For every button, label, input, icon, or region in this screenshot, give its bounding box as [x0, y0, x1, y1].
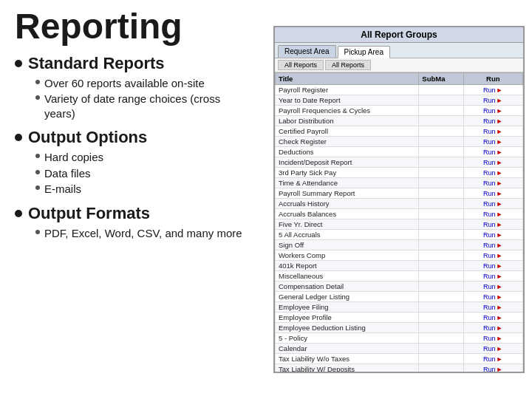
- run-link[interactable]: Run ►: [467, 262, 519, 270]
- cell-subma: [419, 188, 463, 199]
- cell-run[interactable]: Run ►: [463, 137, 522, 147]
- run-link[interactable]: Run ►: [467, 345, 519, 352]
- run-link[interactable]: Run ►: [467, 366, 519, 372]
- table-row: Payroll RegisterRun ►: [276, 85, 523, 95]
- cell-title: Accruals History: [276, 199, 419, 209]
- cell-subma: [419, 271, 463, 282]
- run-link[interactable]: Run ►: [467, 304, 519, 311]
- run-link[interactable]: Run ►: [467, 86, 519, 94]
- cell-run[interactable]: Run ►: [463, 126, 522, 137]
- run-arrow-icon: ►: [497, 293, 503, 301]
- run-link[interactable]: Run ►: [467, 128, 519, 135]
- cell-run[interactable]: Run ►: [463, 261, 522, 271]
- cell-title: Certified Payroll: [276, 126, 419, 137]
- cell-title: General Ledger Listing: [276, 292, 419, 302]
- cell-title: Employee Filing: [276, 302, 419, 313]
- run-link[interactable]: Run ►: [467, 335, 519, 342]
- run-arrow-icon: ►: [497, 231, 503, 239]
- run-link[interactable]: Run ►: [467, 221, 519, 228]
- tab-pickup-area[interactable]: Pickup Area: [338, 46, 390, 58]
- cell-run[interactable]: Run ►: [463, 85, 522, 95]
- run-link[interactable]: Run ►: [467, 117, 519, 125]
- run-link[interactable]: Run ►: [467, 283, 519, 290]
- sub-tab-all-reports-1[interactable]: All Reports: [278, 60, 324, 70]
- cell-run[interactable]: Run ►: [463, 292, 522, 302]
- list-item: PDF, Excel, Word, CSV, and many more: [35, 226, 251, 241]
- run-arrow-icon: ►: [497, 117, 503, 125]
- run-link[interactable]: Run ►: [467, 190, 519, 197]
- cell-subma: [419, 219, 463, 230]
- left-panel: Reporting Standard Reports Over 60 repor…: [0, 0, 266, 399]
- run-link[interactable]: Run ►: [467, 273, 519, 280]
- run-link[interactable]: Run ►: [467, 159, 519, 166]
- run-arrow-icon: ►: [497, 273, 503, 280]
- run-arrow-icon: ►: [497, 221, 503, 228]
- run-link[interactable]: Run ►: [467, 324, 519, 332]
- section-label-standard-reports: Standard Reports: [28, 54, 165, 73]
- cell-run[interactable]: Run ►: [463, 250, 522, 261]
- cell-run[interactable]: Run ►: [463, 199, 522, 209]
- table-row: Tax Liability W/o TaxesRun ►: [276, 354, 523, 364]
- run-arrow-icon: ►: [497, 211, 503, 218]
- run-link[interactable]: Run ►: [467, 211, 519, 218]
- cell-title: Tax Liability W/ Deposits: [276, 364, 419, 372]
- list-item: E-mails: [35, 182, 251, 197]
- run-link[interactable]: Run ►: [467, 138, 519, 146]
- cell-run[interactable]: Run ►: [463, 323, 522, 333]
- run-link[interactable]: Run ►: [467, 242, 519, 249]
- cell-run[interactable]: Run ►: [463, 188, 522, 199]
- cell-run[interactable]: Run ►: [463, 168, 522, 178]
- run-link[interactable]: Run ►: [467, 355, 519, 363]
- sub-bullet: [35, 80, 40, 84]
- cell-run[interactable]: Run ►: [463, 106, 522, 116]
- right-panel: All Report Groups Request Area Pickup Ar…: [266, 0, 532, 399]
- cell-subma: [419, 95, 463, 106]
- table-row: Tax Liability W/ DepositsRun ►: [276, 364, 523, 372]
- run-link[interactable]: Run ►: [467, 97, 519, 104]
- run-link[interactable]: Run ►: [467, 231, 519, 239]
- run-link[interactable]: Run ►: [467, 200, 519, 208]
- cell-title: Year to Date Report: [276, 95, 419, 106]
- sub-tab-all-reports-2[interactable]: All Reports: [325, 60, 371, 70]
- list-item: Over 60 reports available on-site: [35, 76, 251, 91]
- cell-subma: [419, 116, 463, 126]
- cell-run[interactable]: Run ►: [463, 230, 522, 240]
- tab-row: Request Area Pickup Area: [275, 43, 523, 58]
- cell-run[interactable]: Run ►: [463, 271, 522, 282]
- run-link[interactable]: Run ►: [467, 149, 519, 156]
- cell-run[interactable]: Run ►: [463, 364, 522, 372]
- cell-run[interactable]: Run ►: [463, 344, 522, 354]
- run-link[interactable]: Run ►: [467, 252, 519, 259]
- cell-run[interactable]: Run ►: [463, 302, 522, 313]
- run-link[interactable]: Run ►: [467, 180, 519, 187]
- table-row: Year to Date ReportRun ►: [276, 95, 523, 106]
- cell-run[interactable]: Run ►: [463, 313, 522, 323]
- cell-subma: [419, 230, 463, 240]
- run-link[interactable]: Run ►: [467, 314, 519, 321]
- cell-run[interactable]: Run ►: [463, 209, 522, 219]
- cell-run[interactable]: Run ►: [463, 178, 522, 188]
- section-header-output-formats: Output Formats: [15, 204, 251, 223]
- cell-run[interactable]: Run ►: [463, 333, 522, 344]
- run-link[interactable]: Run ►: [467, 107, 519, 115]
- cell-subma: [419, 282, 463, 292]
- run-link[interactable]: Run ►: [467, 169, 519, 177]
- cell-run[interactable]: Run ►: [463, 354, 522, 364]
- cell-run[interactable]: Run ►: [463, 282, 522, 292]
- table-row: Check RegisterRun ►: [276, 137, 523, 147]
- cell-run[interactable]: Run ►: [463, 157, 522, 168]
- table-row: Incident/Deposit ReportRun ►: [276, 157, 523, 168]
- cell-run[interactable]: Run ►: [463, 147, 522, 157]
- cell-title: Miscellaneous: [276, 271, 419, 282]
- cell-run[interactable]: Run ►: [463, 240, 522, 250]
- cell-run[interactable]: Run ►: [463, 116, 522, 126]
- cell-subma: [419, 292, 463, 302]
- cell-run[interactable]: Run ►: [463, 219, 522, 230]
- cell-title: Deductions: [276, 147, 419, 157]
- tab-request-area[interactable]: Request Area: [278, 45, 336, 58]
- table-row: Payroll Frequencies & CyclesRun ►: [276, 106, 523, 116]
- run-link[interactable]: Run ►: [467, 293, 519, 301]
- sub-bullet: [35, 154, 40, 158]
- cell-title: Labor Distribution: [276, 116, 419, 126]
- cell-run[interactable]: Run ►: [463, 95, 522, 106]
